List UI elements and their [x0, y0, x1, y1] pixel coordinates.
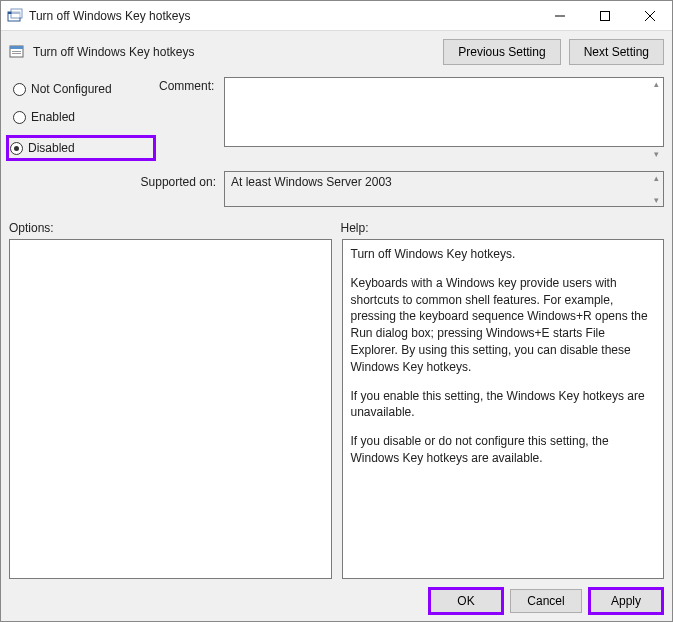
policy-title: Turn off Windows Key hotkeys: [33, 45, 435, 59]
svg-rect-4: [600, 11, 609, 20]
svg-rect-9: [12, 51, 21, 52]
dialog-buttons: OK Cancel Apply: [9, 579, 664, 615]
radio-not-configured[interactable]: Not Configured: [9, 79, 159, 99]
help-text: If you enable this setting, the Windows …: [351, 388, 656, 422]
panels-labels: Options: Help:: [9, 221, 664, 235]
radio-disabled[interactable]: Disabled: [6, 135, 156, 161]
next-setting-button[interactable]: Next Setting: [569, 39, 664, 65]
supported-on-value: At least Windows Server 2003: [224, 171, 664, 207]
maximize-button[interactable]: [582, 1, 627, 30]
apply-button[interactable]: Apply: [590, 589, 662, 613]
window-title: Turn off Windows Key hotkeys: [29, 9, 537, 23]
help-label: Help:: [337, 221, 665, 235]
comment-label-col: Comment:: [159, 77, 224, 161]
minimize-button[interactable]: [537, 1, 582, 30]
policy-icon: [9, 43, 27, 61]
content-area: Turn off Windows Key hotkeys Previous Se…: [1, 31, 672, 621]
help-text: Turn off Windows Key hotkeys.: [351, 246, 656, 263]
svg-line-5: [645, 11, 655, 21]
radio-label: Not Configured: [31, 82, 112, 96]
supported-on-label: Supported on:: [9, 171, 224, 207]
svg-rect-2: [11, 9, 22, 18]
options-label: Options:: [9, 221, 337, 235]
comment-field-wrap: ▴ ▾: [224, 77, 664, 161]
policy-editor-window: Turn off Windows Key hotkeys: [0, 0, 673, 622]
ok-button[interactable]: OK: [430, 589, 502, 613]
supported-row: Supported on: At least Windows Server 20…: [9, 171, 664, 207]
options-panel: [9, 239, 332, 579]
radio-icon: [13, 83, 26, 96]
svg-line-6: [645, 11, 655, 21]
window-icon: [7, 8, 23, 24]
svg-rect-8: [10, 46, 23, 49]
settings-row: Not Configured Enabled Disabled Comment:…: [9, 77, 664, 161]
radio-label: Disabled: [28, 141, 75, 155]
panels: Turn off Windows Key hotkeys. Keyboards …: [9, 239, 664, 579]
help-text: Keyboards with a Windows key provide use…: [351, 275, 656, 376]
radio-icon: [13, 111, 26, 124]
radio-group: Not Configured Enabled Disabled: [9, 77, 159, 161]
svg-rect-10: [12, 53, 21, 54]
radio-enabled[interactable]: Enabled: [9, 107, 159, 127]
help-text: If you disable or do not configure this …: [351, 433, 656, 467]
window-controls: [537, 1, 672, 30]
radio-label: Enabled: [31, 110, 75, 124]
comment-label: Comment:: [159, 79, 214, 93]
titlebar: Turn off Windows Key hotkeys: [1, 1, 672, 31]
cancel-button[interactable]: Cancel: [510, 589, 582, 613]
comment-input[interactable]: [224, 77, 664, 147]
scroll-down-icon: ▾: [651, 149, 661, 159]
help-panel: Turn off Windows Key hotkeys. Keyboards …: [342, 239, 665, 579]
header-row: Turn off Windows Key hotkeys Previous Se…: [9, 39, 664, 65]
radio-icon: [10, 142, 23, 155]
previous-setting-button[interactable]: Previous Setting: [443, 39, 560, 65]
close-button[interactable]: [627, 1, 672, 30]
